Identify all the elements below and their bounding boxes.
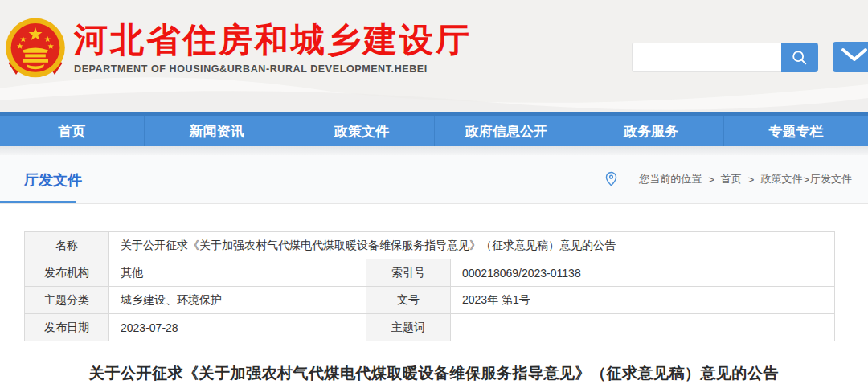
field-value-name: 关于公开征求《关于加强农村气代煤电代煤取暖设备维保服务指导意见》（征求意见稿）意… [109, 232, 835, 259]
site-title-block: 河北省住房和城乡建设厅 DEPARTMENT OF HOUSING&URBAN-… [74, 21, 472, 75]
table-row: 发布日期 2023-07-28 主题词 [25, 314, 835, 341]
breadcrumb-separator: > [748, 174, 755, 186]
mail-icon [841, 47, 868, 67]
field-value-date: 2023-07-28 [109, 314, 366, 341]
breadcrumb-bar: 厅发文件 您当前的位置 > 首页 > 政策文件 > 厅发文件 [0, 155, 868, 204]
table-row: 主题分类 城乡建设、环境保护 文号 2023年 第1号 [25, 287, 835, 314]
field-label-name: 名称 [25, 232, 109, 259]
field-value-keywords [451, 314, 835, 341]
nav-item-home[interactable]: 首页 [0, 116, 144, 146]
field-label-docnum: 文号 [366, 287, 451, 314]
location-pin-icon [604, 171, 618, 187]
field-value-category: 城乡建设、环境保护 [109, 287, 366, 314]
breadcrumb: 您当前的位置 > 首页 > 政策文件 > 厅发文件 [604, 155, 852, 203]
search-icon [791, 49, 809, 67]
content-area: 名称 关于公开征求《关于加强农村气代煤电代煤取暖设备维保服务指导意见》（征求意见… [0, 204, 868, 384]
field-value-index: 000218069/2023-01138 [451, 259, 835, 287]
field-label-keywords: 主题词 [366, 314, 451, 341]
breadcrumb-location-label: 您当前的位置 [639, 172, 702, 186]
nav-item-services[interactable]: 政务服务 [579, 116, 723, 146]
breadcrumb-home[interactable]: 首页 [721, 172, 742, 186]
breadcrumb-policy[interactable]: 政策文件 [760, 172, 802, 186]
document-info-table: 名称 关于公开征求《关于加强农村气代煤电代煤取暖设备维保服务指导意见》（征求意见… [24, 231, 835, 341]
main-nav: 首页 新闻资讯 政策文件 政府信息公开 政务服务 专题专栏 [0, 112, 868, 146]
field-label-index: 索引号 [366, 259, 451, 287]
nav-item-special[interactable]: 专题专栏 [723, 116, 868, 146]
site-subtitle: DEPARTMENT OF HOUSING&URBAN-RURAL DEVELO… [74, 63, 472, 75]
site-logo-link[interactable] [3, 16, 68, 82]
breadcrumb-separator: > [803, 174, 809, 186]
section-title-underline [0, 201, 76, 203]
breadcrumb-separator: > [708, 174, 714, 186]
site-header: 河北省住房和城乡建设厅 DEPARTMENT OF HOUSING&URBAN-… [0, 0, 868, 112]
field-label-category: 主题分类 [25, 287, 109, 314]
table-row: 名称 关于公开征求《关于加强农村气代煤电代煤取暖设备维保服务指导意见》（征求意见… [25, 232, 835, 259]
site-title: 河北省住房和城乡建设厅 [74, 21, 472, 59]
field-label-date: 发布日期 [25, 314, 109, 341]
field-label-issuer: 发布机构 [25, 259, 109, 287]
article-title: 关于公开征求《关于加强农村气代煤电代煤取暖设备维保服务指导意见》（征求意见稿）意… [0, 363, 868, 384]
nav-shadow-strip [0, 146, 868, 155]
breadcrumb-current[interactable]: 厅发文件 [810, 172, 852, 186]
field-value-issuer: 其他 [109, 259, 366, 287]
nav-item-policy[interactable]: 政策文件 [289, 116, 433, 146]
search-button[interactable] [781, 43, 818, 72]
table-row: 发布机构 其他 索引号 000218069/2023-01138 [25, 259, 835, 287]
national-emblem-icon [3, 16, 68, 82]
search-input[interactable] [632, 43, 781, 72]
section-title: 厅发文件 [24, 170, 82, 190]
nav-item-gov-info[interactable]: 政府信息公开 [434, 116, 579, 146]
field-value-docnum: 2023年 第1号 [451, 287, 835, 314]
nav-item-news[interactable]: 新闻资讯 [144, 116, 289, 146]
search-box [632, 43, 818, 72]
mail-button[interactable] [833, 42, 868, 72]
